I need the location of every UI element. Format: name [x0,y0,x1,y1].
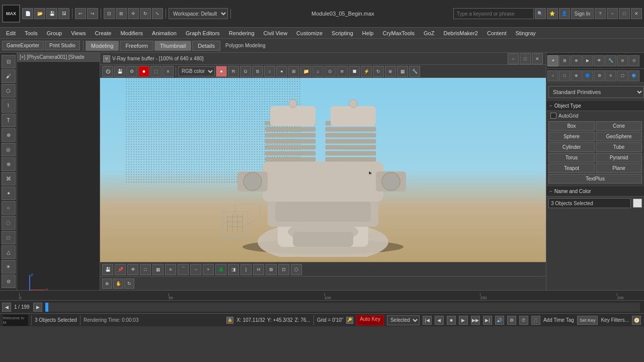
vp-zoom-btn[interactable]: ⊕ [102,279,112,289]
right-icon-b[interactable]: □ [559,70,570,81]
playback-time[interactable]: ⏱ [519,316,528,325]
close-btn[interactable]: ✕ [631,8,642,19]
vray-color-btn[interactable]: ● [216,66,227,77]
object-name-input[interactable] [548,198,631,208]
render-misc5[interactable]: ⬡ [291,264,302,275]
render-arrow-btn[interactable]: → [190,264,201,275]
playback-misc[interactable]: ⚙ [507,316,516,325]
playback-play[interactable]: ▶ [459,316,468,325]
profile-btn[interactable]: 👤 [559,8,570,19]
prim-sphere[interactable]: Sphere [548,132,595,141]
select-region-btn[interactable]: ⊞ [116,8,127,19]
right-icon-c[interactable]: ⊕ [571,70,582,81]
key-mode-select[interactable]: Selected [387,315,420,325]
right-display-tab[interactable]: 👁 [594,55,605,66]
vray-misc2[interactable]: ⊙ [325,66,336,77]
vray-settings-btn[interactable]: ⚙ [126,66,137,77]
tool-sphere[interactable]: ○ [2,201,16,215]
vray-misc5[interactable]: ⚡ [361,66,372,77]
lock-icon2[interactable]: 🔑 [346,317,353,324]
primitives-dropdown[interactable]: Standard Primitives [548,86,644,98]
vray-misc3[interactable]: ≋ [337,66,348,77]
vray-misc8[interactable]: ▦ [397,66,408,77]
menu-animation[interactable]: Animation [148,29,181,37]
menu-create[interactable]: Create [91,29,115,37]
prim-pyramid[interactable]: Pyramid [596,153,642,162]
rotate-btn[interactable]: ↻ [140,8,151,19]
render-save-btn[interactable]: 💾 [102,264,113,275]
right-create-tab[interactable]: ✦ [547,55,558,66]
save-btn[interactable]: 💾 [46,8,57,19]
render-plus-btn[interactable]: + [203,264,214,275]
render-misc2[interactable]: H [253,264,264,275]
right-icon-a[interactable]: ○ [547,70,558,81]
set-key-btn[interactable]: Set Key [577,316,598,325]
vray-grid-btn[interactable]: ⊞ [288,66,299,77]
vray-misc6[interactable]: ↻ [373,66,384,77]
tab-thumbnail[interactable]: Thumbnail [154,41,191,51]
tool-misc2[interactable]: ◎ [2,143,16,156]
sign-in-button[interactable]: Sign In [571,8,594,19]
vp-orbit-btn[interactable]: ↻ [124,279,134,289]
prim-teapot[interactable]: Teapot [548,163,595,173]
menu-help[interactable]: Help [358,29,378,37]
tool-circle[interactable]: ◌ [2,216,16,229]
menu-modifiers[interactable]: Modifiers [116,29,147,37]
minimize-btn[interactable]: − [607,8,618,19]
tool-text[interactable]: T [2,114,16,127]
timeline-track[interactable] [45,303,640,312]
right-icon-d[interactable]: 🔵 [582,70,593,81]
redo-btn[interactable]: ↪ [87,8,98,19]
menu-stingray[interactable]: Stingray [511,29,539,37]
prim-cone[interactable]: Cone [596,121,642,131]
menu-customize[interactable]: Customize [292,29,327,37]
vray-save-btn[interactable]: 💾 [114,66,125,77]
menu-goz[interactable]: GoZ [420,29,438,37]
playback-stop[interactable]: ■ [447,316,456,325]
playback-start[interactable]: |◀ [423,316,432,325]
tool-sun[interactable]: ☀ [2,260,16,274]
menu-tools[interactable]: Tools [21,29,42,37]
menu-graph-editors[interactable]: Graph Editors [182,29,224,37]
tool-misc6[interactable]: ⊘ [2,275,16,288]
vray-r-btn[interactable]: R [228,66,239,77]
right-extra2[interactable]: ⊙ [628,55,639,66]
menu-civil-view[interactable]: Civil View [260,29,291,37]
tool-rect[interactable]: □ [2,231,16,244]
search-input[interactable] [453,8,534,19]
tool-misc5[interactable]: ✦ [2,187,16,200]
prim-tube[interactable]: Tube [596,142,642,152]
workspace-dropdown[interactable]: Workspace: Default [169,8,228,19]
undo-btn[interactable]: ↩ [75,8,86,19]
right-modify-tab[interactable]: ⊞ [559,55,570,66]
menu-debrismaker[interactable]: DebrisMaker2 [439,29,481,37]
right-utils-tab[interactable]: 🔧 [605,55,616,66]
autokey-button[interactable]: Auto Key [356,315,384,325]
vray-maximize[interactable]: □ [520,53,531,64]
render-misc4[interactable]: ⊡ [278,264,289,275]
menu-crymaxtools[interactable]: CryMaxTools [378,29,419,37]
tool-misc3[interactable]: ⊗ [2,157,16,171]
vray-b-btn[interactable]: B [252,66,263,77]
key-filters[interactable]: Key Filters... [601,317,629,323]
tool-triangle[interactable]: △ [2,245,16,259]
collapse-icon[interactable]: − [549,103,552,109]
vray-dot-btn[interactable]: ● [276,66,287,77]
render-bar-btn[interactable]: ≡ [165,264,176,275]
render-eye-btn[interactable]: 👁 [127,264,138,275]
move-btn[interactable]: ✛ [128,8,139,19]
tool-paint[interactable]: 🖌 [2,69,16,83]
right-icon-e[interactable]: ⚙ [594,70,605,81]
right-icon-f[interactable]: ≡ [605,70,616,81]
playback-end[interactable]: ▶| [483,316,492,325]
tab-details[interactable]: Details [192,41,220,51]
render-rect-btn[interactable]: □ [140,264,151,275]
vray-circle-btn[interactable]: ○ [264,66,275,77]
info-btn[interactable]: ? [595,8,606,19]
vray-g-btn[interactable]: G [240,66,251,77]
playback-audio[interactable]: 🔊 [495,316,504,325]
save-as-btn[interactable]: 🖫 [58,8,69,19]
playback-next[interactable]: ▶▶ [471,316,480,325]
select-btn[interactable]: ⊡ [104,8,115,19]
right-hierarchy-tab[interactable]: ⊕ [571,55,582,66]
